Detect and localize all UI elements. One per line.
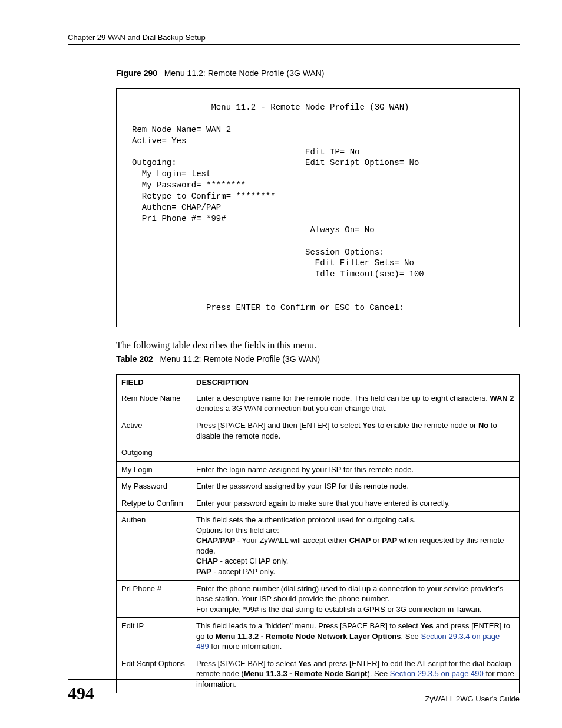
table-title: Menu 11.2: Remote Node Profile (3G WAN) (160, 354, 320, 364)
description-cell: Enter the password assigned by your ISP … (191, 478, 520, 495)
guide-title: ZyWALL 2WG User's Guide (425, 694, 520, 703)
field-cell: Active (117, 417, 191, 444)
field-cell: My Login (117, 461, 191, 478)
terminal-screenshot: Menu 11.2 - Remote Node Profile (3G WAN)… (116, 88, 520, 327)
field-cell: Outgoing (117, 444, 191, 462)
table-row: My LoginEnter the login name assigned by… (117, 461, 520, 478)
table-row: Pri Phone #Enter the phone number (dial … (117, 580, 520, 618)
column-field-header: FIELD (117, 374, 191, 390)
table-row: Outgoing (117, 444, 520, 462)
field-table-body: Rem Node NameEnter a descriptive name fo… (117, 390, 520, 693)
field-cell: Edit IP (117, 618, 191, 655)
description-cell: This field leads to a "hidden" menu. Pre… (191, 618, 520, 655)
page-number: 494 (68, 683, 94, 703)
field-cell: Rem Node Name (117, 390, 191, 417)
description-cell: Enter the login name assigned by your IS… (191, 461, 520, 478)
page-footer: 494 ZyWALL 2WG User's Guide (68, 679, 520, 703)
running-head: Chapter 29 WAN and Dial Backup Setup (68, 33, 520, 42)
field-cell: My Password (117, 478, 191, 495)
field-cell: Authen (117, 512, 191, 580)
field-table: FIELD DESCRIPTION Rem Node NameEnter a d… (116, 374, 520, 693)
figure-title: Menu 11.2: Remote Node Profile (3G WAN) (164, 68, 325, 78)
description-cell: Enter your password again to make sure t… (191, 495, 520, 512)
footer-rule (68, 679, 520, 680)
table-row: Edit IPThis field leads to a "hidden" me… (117, 618, 520, 655)
description-cell: Enter the phone number (dial string) use… (191, 580, 520, 618)
description-cell: This field sets the authentication proto… (191, 512, 520, 580)
description-cell (191, 444, 520, 462)
description-cell: Enter a descriptive name for the remote … (191, 390, 520, 417)
intro-paragraph: The following table describes the fields… (116, 340, 520, 351)
table-row: AuthenThis field sets the authentication… (117, 512, 520, 580)
figure-label: Figure 290 (116, 68, 157, 78)
field-cell: Pri Phone # (117, 580, 191, 618)
table-row: Rem Node NameEnter a descriptive name fo… (117, 390, 520, 417)
header-rule (68, 44, 520, 45)
table-row: Retype to ConfirmEnter your password aga… (117, 495, 520, 512)
table-row: My PasswordEnter the password assigned b… (117, 478, 520, 495)
column-description-header: DESCRIPTION (191, 374, 520, 390)
description-cell: Press [SPACE BAR] and then [ENTER] to se… (191, 417, 520, 444)
field-cell: Retype to Confirm (117, 495, 191, 512)
table-row: ActivePress [SPACE BAR] and then [ENTER]… (117, 417, 520, 444)
figure-caption: Figure 290 Menu 11.2: Remote Node Profil… (116, 68, 520, 78)
table-label: Table 202 (116, 354, 153, 364)
table-caption: Table 202 Menu 11.2: Remote Node Profile… (116, 354, 520, 364)
